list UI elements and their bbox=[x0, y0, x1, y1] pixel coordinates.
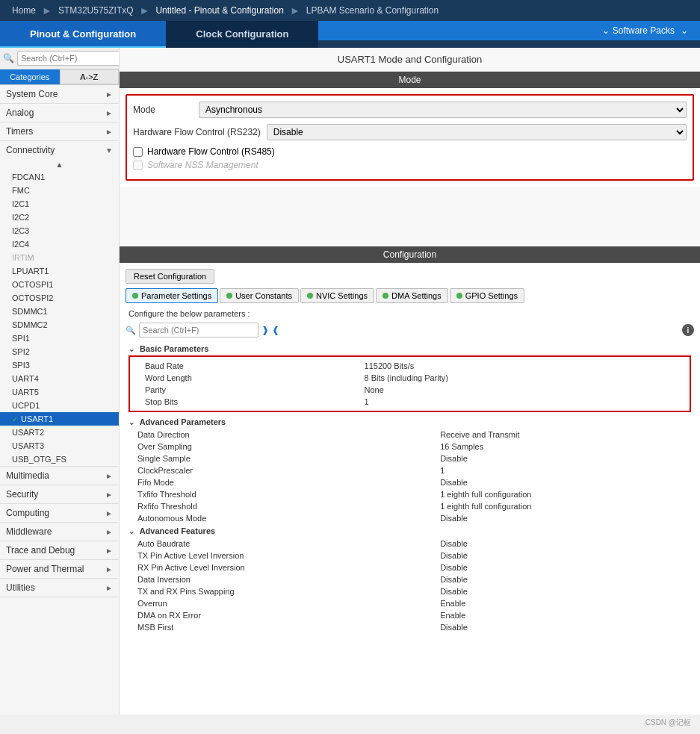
breadcrumb-device[interactable]: STM32U575ZITxQ bbox=[52, 0, 140, 21]
group-connectivity-label[interactable]: Connectivity ▼ bbox=[0, 141, 119, 159]
breadcrumb-home[interactable]: Home bbox=[6, 0, 42, 21]
tab-pinout[interactable]: Pinout & Configuration bbox=[0, 21, 166, 48]
tab-parameter-settings[interactable]: Parameter Settings bbox=[126, 288, 218, 303]
sidebar-item-fmc[interactable]: FMC bbox=[0, 184, 119, 197]
clockprescaler-label: ClockPrescaler bbox=[126, 464, 428, 476]
sidebar-item-uart4[interactable]: UART4 bbox=[0, 372, 119, 385]
group-multimedia: Multimedia ► bbox=[0, 467, 119, 485]
sidebar-item-usb-otg[interactable]: USB_OTG_FS bbox=[0, 452, 119, 466]
sidebar-item-spi3[interactable]: SPI3 bbox=[0, 358, 119, 372]
sidebar-item-octospi2[interactable]: OCTOSPI2 bbox=[0, 291, 119, 305]
tab-user-constants[interactable]: User Constants bbox=[220, 288, 299, 303]
sidebar-item-usart2[interactable]: USART2 bbox=[0, 426, 119, 439]
param-name: Baud Rate bbox=[133, 360, 353, 372]
group-middleware-label[interactable]: Middleware ► bbox=[0, 523, 119, 541]
autonomous-mode-row: Autonomous Mode Disable bbox=[126, 512, 694, 524]
fifo-mode-row: Fifo Mode Disable bbox=[126, 476, 694, 488]
main-tab-bar: Pinout & Configuration Clock Configurati… bbox=[0, 21, 700, 48]
dma-rx-error-label: DMA on RX Error bbox=[126, 609, 428, 621]
user-constants-dot bbox=[226, 293, 232, 299]
sidebar-item-fdcan1[interactable]: FDCAN1 bbox=[0, 170, 119, 184]
reset-config-button[interactable]: Reset Configuration bbox=[126, 269, 214, 284]
sidebar-item-spi2[interactable]: SPI2 bbox=[0, 345, 119, 358]
advanced-collapse-arrow[interactable]: ⌄ bbox=[128, 418, 134, 426]
tab-nvic-settings[interactable]: NVIC Settings bbox=[300, 288, 374, 303]
sidebar-item-octospi1[interactable]: OCTOSPI1 bbox=[0, 278, 119, 291]
data-direction-label: Data Direction bbox=[126, 429, 428, 441]
info-next-icon[interactable]: ❰ bbox=[272, 325, 279, 335]
tab-categories[interactable]: Categories bbox=[0, 69, 60, 84]
mode-row: Mode Asynchronous bbox=[133, 102, 687, 118]
sidebar-item-sdmmc2[interactable]: SDMMC2 bbox=[0, 318, 119, 332]
sidebar-item-uart5[interactable]: UART5 bbox=[0, 385, 119, 399]
power-thermal-arrow: ► bbox=[105, 565, 113, 573]
group-connectivity: Connectivity ▼ ▲ FDCAN1 FMC I2C1 I2C2 I2… bbox=[0, 141, 119, 467]
gpio-label: GPIO Settings bbox=[465, 291, 518, 300]
group-analog-label[interactable]: Analog ► bbox=[0, 104, 119, 122]
rx-pin-level-inv-value: Disable bbox=[428, 562, 694, 573]
info-icon[interactable]: i bbox=[682, 324, 694, 336]
param-search-row: 🔍 ❱ ❰ i bbox=[126, 323, 694, 338]
sidebar: 🔍 ⚙ Categories A->Z System Core ► Analog… bbox=[0, 48, 120, 715]
analog-arrow: ► bbox=[105, 109, 113, 117]
sidebar-item-i2c4[interactable]: I2C4 bbox=[0, 237, 119, 251]
param-value: None bbox=[353, 384, 687, 396]
sidebar-search-input[interactable] bbox=[17, 51, 120, 66]
mode-select[interactable]: Asynchronous bbox=[199, 102, 687, 118]
chevron-down-icon: ⌄ bbox=[602, 25, 610, 36]
tab-gpio-settings[interactable]: GPIO Settings bbox=[450, 288, 524, 303]
param-value: 115200 Bits/s bbox=[353, 360, 687, 372]
breadcrumb-pinout[interactable]: Untitled - Pinout & Configuration bbox=[149, 0, 289, 21]
group-security-label[interactable]: Security ► bbox=[0, 485, 119, 503]
software-packs-bar[interactable]: ⌄ Software Packs ⌄ bbox=[318, 21, 700, 40]
usart1-label: USART1 bbox=[21, 414, 53, 423]
over-sampling-value: 16 Samples bbox=[428, 441, 694, 452]
group-timers-label[interactable]: Timers ► bbox=[0, 122, 119, 140]
basic-collapse-arrow[interactable]: ⌄ bbox=[128, 345, 134, 353]
msb-first-label: MSB First bbox=[126, 621, 428, 633]
param-search-input[interactable] bbox=[139, 323, 258, 338]
sidebar-item-spi1[interactable]: SPI1 bbox=[0, 332, 119, 345]
advanced-features-collapse-arrow[interactable]: ⌄ bbox=[128, 527, 134, 535]
hw-flow-rs232-select[interactable]: Disable bbox=[267, 124, 687, 140]
sidebar-item-usart3[interactable]: USART3 bbox=[0, 439, 119, 452]
utilities-text: Utilities bbox=[6, 582, 35, 593]
group-power-thermal-label[interactable]: Power and Thermal ► bbox=[0, 560, 119, 578]
group-computing-label[interactable]: Computing ► bbox=[0, 504, 119, 522]
sidebar-item-lpuart1[interactable]: LPUART1 bbox=[0, 264, 119, 278]
tab-dma-settings[interactable]: DMA Settings bbox=[376, 288, 448, 303]
data-direction-row: Data Direction Receive and Transmit bbox=[126, 429, 694, 441]
sidebar-item-ucpd1[interactable]: UCPD1 bbox=[0, 399, 119, 412]
param-value: 8 Bits (including Parity) bbox=[353, 372, 687, 384]
parameter-tabs: Parameter Settings User Constants NVIC S… bbox=[126, 288, 694, 303]
breadcrumb-lpbam[interactable]: LPBAM Scenario & Configuration bbox=[300, 0, 445, 21]
over-sampling-row: Over Sampling 16 Samples bbox=[126, 441, 694, 452]
tab-clock[interactable]: Clock Configuration bbox=[166, 21, 318, 48]
group-system-core-label[interactable]: System Core ► bbox=[0, 85, 119, 103]
hw-flow-rs485-checkbox[interactable] bbox=[133, 147, 143, 157]
sidebar-item-usart1[interactable]: ✓ USART1 bbox=[0, 412, 119, 426]
chevron-right-icon: ⌄ bbox=[681, 25, 688, 36]
group-multimedia-label[interactable]: Multimedia ► bbox=[0, 467, 119, 485]
group-trace-debug-label[interactable]: Trace and Debug ► bbox=[0, 541, 119, 559]
sidebar-item-i2c1[interactable]: I2C1 bbox=[0, 197, 119, 211]
advanced-features-section-row: ⌄ Advanced Features bbox=[126, 524, 694, 538]
user-constants-label: User Constants bbox=[235, 291, 292, 300]
tx-rx-swap-row: TX and RX Pins Swapping Disable bbox=[126, 585, 694, 597]
software-packs-label[interactable]: Software Packs bbox=[613, 25, 675, 36]
tab-az[interactable]: A->Z bbox=[60, 69, 120, 84]
group-utilities-label[interactable]: Utilities ► bbox=[0, 579, 119, 597]
info-prev-icon[interactable]: ❱ bbox=[261, 325, 269, 335]
config-content: Reset Configuration Parameter Settings U… bbox=[120, 263, 700, 639]
dma-rx-error-row: DMA on RX Error Enable bbox=[126, 609, 694, 621]
sidebar-search-bar: 🔍 ⚙ bbox=[0, 48, 119, 69]
sidebar-item-i2c3[interactable]: I2C3 bbox=[0, 224, 119, 237]
advanced-params-table: ⌄ Advanced Parameters Data Direction Rec… bbox=[126, 415, 694, 633]
autonomous-mode-value: Disable bbox=[428, 512, 694, 524]
config-section-header: Configuration bbox=[120, 246, 700, 263]
single-sample-label: Single Sample bbox=[126, 452, 428, 464]
sidebar-item-sdmmc1[interactable]: SDMMC1 bbox=[0, 305, 119, 318]
basic-param-row: Baud Rate115200 Bits/s bbox=[133, 360, 687, 372]
data-direction-value: Receive and Transmit bbox=[428, 429, 694, 441]
sidebar-item-i2c2[interactable]: I2C2 bbox=[0, 211, 119, 224]
